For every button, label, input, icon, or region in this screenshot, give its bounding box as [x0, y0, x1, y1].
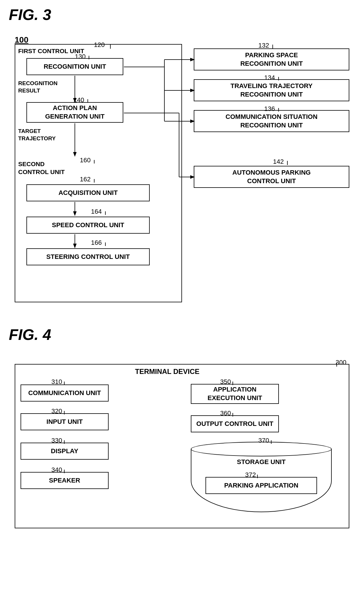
box-steering-control: STEERING CONTROL UNIT	[26, 248, 150, 265]
recognition-result-label: RECOGNITIONRESULT	[18, 80, 58, 94]
box-acquisition: ACQUISITION UNIT	[26, 184, 150, 201]
text-parking-app: PARKING APPLICATION	[224, 481, 299, 490]
text-action-plan: ACTION PLANGENERATION UNIT	[45, 104, 105, 121]
first-control-label: FIRST CONTROL UNIT	[18, 48, 84, 55]
box-traveling: TRAVELING TRAJECTORYRECOGNITION UNIT	[194, 79, 349, 101]
box-output-control: OUTPUT CONTROL UNIT	[191, 415, 279, 432]
text-autonomous: AUTONOMOUS PARKINGCONTROL UNIT	[232, 168, 311, 185]
text-input-unit: INPUT UNIT	[46, 418, 82, 426]
text-steering-control: STEERING CONTROL UNIT	[46, 253, 130, 261]
label-160: 160	[80, 156, 91, 164]
box-autonomous: AUTONOMOUS PARKINGCONTROL UNIT	[194, 166, 349, 188]
label-120: 120	[94, 41, 105, 49]
box-recognition: RECOGNITION UNIT	[26, 58, 123, 75]
box-action-plan: ACTION PLANGENERATION UNIT	[26, 102, 123, 123]
box-comm-unit: COMMUNICATION UNIT	[21, 385, 109, 402]
box-communication-sit: COMMUNICATION SITUATIONRECOGNITION UNIT	[194, 110, 349, 132]
box-parking-app: PARKING APPLICATION	[205, 477, 317, 494]
text-app-exec: APPLICATIONEXECUTION UNIT	[208, 385, 262, 402]
label-100: 100	[15, 35, 28, 45]
text-parking-space: PARKING SPACERECOGNITION UNIT	[240, 51, 303, 68]
cylinder-text-label: STORAGE UNIT	[191, 456, 332, 466]
fig4-title: FIG. 4	[9, 326, 355, 343]
text-comm-unit: COMMUNICATION UNIT	[28, 389, 101, 397]
fig3-title: FIG. 3	[9, 6, 355, 23]
text-speaker: SPEAKER	[49, 476, 80, 485]
box-display: DISPLAY	[21, 443, 109, 460]
box-input-unit: INPUT UNIT	[21, 413, 109, 430]
fig4-diagram: 300 TERMINAL DEVICE 310 COMMUNICATION UN…	[9, 346, 355, 531]
text-speed-control: SPEED CONTROL UNIT	[52, 221, 124, 230]
text-recognition: RECOGNITION UNIT	[44, 63, 106, 71]
cylinder-container: STORAGE UNIT 372 PARKING APPLICATION	[191, 442, 332, 512]
label-166: 166	[91, 239, 102, 247]
text-communication-sit: COMMUNICATION SITUATIONRECOGNITION UNIT	[225, 113, 317, 129]
text-terminal: TERMINAL DEVICE	[135, 367, 200, 376]
text-traveling: TRAVELING TRAJECTORYRECOGNITION UNIT	[230, 82, 313, 99]
label-142: 142	[273, 158, 284, 166]
box-parking-space: PARKING SPACERECOGNITION UNIT	[194, 48, 349, 70]
box-speed-control: SPEED CONTROL UNIT	[26, 217, 150, 234]
text-display: DISPLAY	[51, 447, 78, 456]
box-app-exec: APPLICATIONEXECUTION UNIT	[191, 384, 279, 404]
second-control-label: SECONDCONTROL UNIT	[18, 160, 65, 176]
label-162: 162	[80, 176, 91, 183]
text-output-control: OUTPUT CONTROL UNIT	[196, 420, 273, 428]
box-speaker: SPEAKER	[21, 472, 109, 489]
label-164: 164	[91, 208, 102, 215]
text-acquisition: ACQUISITION UNIT	[58, 189, 118, 197]
fig3-diagram: 100 120 FIRST CONTROL UNIT 130 RECOGNITI…	[9, 26, 355, 314]
target-trajectory-label: TARGETTRAJECTORY	[18, 128, 56, 142]
